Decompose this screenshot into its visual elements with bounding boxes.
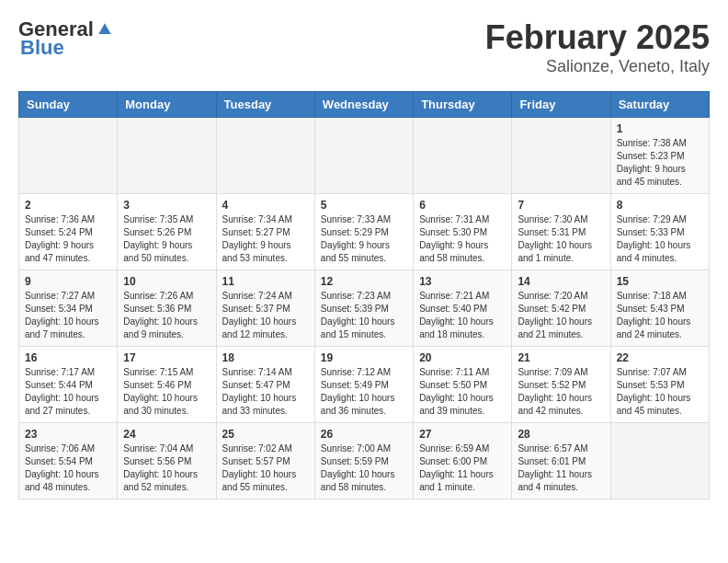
- calendar-cell: 26Sunrise: 7:00 AM Sunset: 5:59 PM Dayli…: [314, 423, 413, 500]
- day-number: 22: [617, 351, 703, 364]
- column-header-monday: Monday: [118, 92, 216, 118]
- calendar-cell: 25Sunrise: 7:02 AM Sunset: 5:57 PM Dayli…: [216, 423, 314, 500]
- day-number: 25: [222, 428, 309, 441]
- day-info: Sunrise: 6:57 AM Sunset: 6:01 PM Dayligh…: [518, 442, 604, 494]
- calendar-cell: [414, 118, 512, 194]
- calendar-cell: 1Sunrise: 7:38 AM Sunset: 5:23 PM Daylig…: [610, 118, 709, 194]
- calendar-cell: 8Sunrise: 7:29 AM Sunset: 5:33 PM Daylig…: [610, 194, 709, 270]
- day-info: Sunrise: 7:38 AM Sunset: 5:23 PM Dayligh…: [617, 137, 703, 189]
- calendar-cell: [610, 423, 709, 500]
- calendar-cell: 18Sunrise: 7:14 AM Sunset: 5:47 PM Dayli…: [216, 347, 314, 423]
- day-number: 24: [123, 428, 210, 441]
- day-info: Sunrise: 7:06 AM Sunset: 5:54 PM Dayligh…: [25, 442, 111, 494]
- calendar-cell: 12Sunrise: 7:23 AM Sunset: 5:39 PM Dayli…: [314, 270, 413, 347]
- day-number: 28: [518, 428, 604, 441]
- calendar-week-row: 16Sunrise: 7:17 AM Sunset: 5:44 PM Dayli…: [19, 347, 710, 423]
- calendar-cell: [118, 118, 216, 194]
- calendar-cell: 20Sunrise: 7:11 AM Sunset: 5:50 PM Dayli…: [414, 347, 512, 423]
- day-info: Sunrise: 7:15 AM Sunset: 5:46 PM Dayligh…: [123, 366, 210, 418]
- day-number: 9: [25, 275, 111, 288]
- day-info: Sunrise: 7:02 AM Sunset: 5:57 PM Dayligh…: [222, 442, 309, 494]
- day-number: 27: [419, 428, 506, 441]
- day-number: 13: [419, 275, 506, 288]
- day-info: Sunrise: 7:29 AM Sunset: 5:33 PM Dayligh…: [617, 213, 703, 265]
- day-number: 18: [222, 351, 309, 364]
- calendar-cell: 22Sunrise: 7:07 AM Sunset: 5:53 PM Dayli…: [610, 347, 709, 423]
- day-number: 20: [419, 351, 506, 364]
- calendar-cell: 13Sunrise: 7:21 AM Sunset: 5:40 PM Dayli…: [414, 270, 512, 347]
- day-info: Sunrise: 7:21 AM Sunset: 5:40 PM Dayligh…: [419, 290, 506, 341]
- calendar-header-row: SundayMondayTuesdayWednesdayThursdayFrid…: [19, 92, 710, 118]
- day-number: 26: [321, 428, 407, 441]
- calendar-cell: 19Sunrise: 7:12 AM Sunset: 5:49 PM Dayli…: [314, 347, 413, 423]
- day-info: Sunrise: 7:35 AM Sunset: 5:26 PM Dayligh…: [123, 213, 210, 265]
- day-number: 7: [518, 199, 604, 212]
- calendar-cell: 14Sunrise: 7:20 AM Sunset: 5:42 PM Dayli…: [512, 270, 610, 347]
- day-number: 14: [518, 275, 604, 288]
- calendar-cell: 16Sunrise: 7:17 AM Sunset: 5:44 PM Dayli…: [19, 347, 118, 423]
- calendar-cell: 21Sunrise: 7:09 AM Sunset: 5:52 PM Dayli…: [512, 347, 610, 423]
- day-number: 6: [419, 199, 506, 212]
- day-info: Sunrise: 7:31 AM Sunset: 5:30 PM Dayligh…: [419, 213, 506, 265]
- calendar-table: SundayMondayTuesdayWednesdayThursdayFrid…: [18, 91, 710, 500]
- day-number: 16: [25, 351, 111, 364]
- location-title: Salionze, Veneto, Italy: [485, 57, 710, 76]
- calendar-cell: 10Sunrise: 7:26 AM Sunset: 5:36 PM Dayli…: [118, 270, 216, 347]
- calendar-cell: 28Sunrise: 6:57 AM Sunset: 6:01 PM Dayli…: [512, 423, 610, 500]
- day-info: Sunrise: 7:14 AM Sunset: 5:47 PM Dayligh…: [222, 366, 309, 418]
- day-info: Sunrise: 7:33 AM Sunset: 5:29 PM Dayligh…: [321, 213, 407, 265]
- calendar-week-row: 23Sunrise: 7:06 AM Sunset: 5:54 PM Dayli…: [19, 423, 710, 500]
- day-number: 5: [321, 199, 407, 212]
- calendar-cell: 27Sunrise: 6:59 AM Sunset: 6:00 PM Dayli…: [414, 423, 512, 500]
- day-number: 15: [617, 275, 703, 288]
- calendar-cell: [512, 118, 610, 194]
- day-info: Sunrise: 7:23 AM Sunset: 5:39 PM Dayligh…: [321, 290, 407, 341]
- day-number: 2: [25, 199, 111, 212]
- day-info: Sunrise: 7:11 AM Sunset: 5:50 PM Dayligh…: [419, 366, 506, 418]
- day-info: Sunrise: 7:27 AM Sunset: 5:34 PM Dayligh…: [25, 290, 111, 341]
- calendar-cell: 7Sunrise: 7:30 AM Sunset: 5:31 PM Daylig…: [512, 194, 610, 270]
- day-number: 17: [123, 351, 210, 364]
- day-info: Sunrise: 7:24 AM Sunset: 5:37 PM Dayligh…: [222, 290, 309, 341]
- column-header-friday: Friday: [512, 92, 610, 118]
- day-info: Sunrise: 7:20 AM Sunset: 5:42 PM Dayligh…: [518, 290, 604, 341]
- day-info: Sunrise: 7:26 AM Sunset: 5:36 PM Dayligh…: [123, 290, 210, 341]
- day-info: Sunrise: 7:07 AM Sunset: 5:53 PM Dayligh…: [617, 366, 703, 418]
- calendar-cell: 3Sunrise: 7:35 AM Sunset: 5:26 PM Daylig…: [118, 194, 216, 270]
- column-header-saturday: Saturday: [610, 92, 709, 118]
- calendar-cell: 2Sunrise: 7:36 AM Sunset: 5:24 PM Daylig…: [19, 194, 118, 270]
- column-header-wednesday: Wednesday: [314, 92, 413, 118]
- calendar-cell: 6Sunrise: 7:31 AM Sunset: 5:30 PM Daylig…: [414, 194, 512, 270]
- day-number: 21: [518, 351, 604, 364]
- calendar-cell: 17Sunrise: 7:15 AM Sunset: 5:46 PM Dayli…: [118, 347, 216, 423]
- day-info: Sunrise: 7:12 AM Sunset: 5:49 PM Dayligh…: [321, 366, 407, 418]
- day-info: Sunrise: 7:36 AM Sunset: 5:24 PM Dayligh…: [25, 213, 111, 265]
- day-number: 3: [123, 199, 210, 212]
- day-info: Sunrise: 7:09 AM Sunset: 5:52 PM Dayligh…: [518, 366, 604, 418]
- calendar-cell: 5Sunrise: 7:33 AM Sunset: 5:29 PM Daylig…: [314, 194, 413, 270]
- calendar-cell: 23Sunrise: 7:06 AM Sunset: 5:54 PM Dayli…: [19, 423, 118, 500]
- calendar-week-row: 2Sunrise: 7:36 AM Sunset: 5:24 PM Daylig…: [19, 194, 710, 270]
- month-title: February 2025: [485, 18, 710, 57]
- day-info: Sunrise: 7:30 AM Sunset: 5:31 PM Dayligh…: [518, 213, 604, 265]
- calendar-cell: 9Sunrise: 7:27 AM Sunset: 5:34 PM Daylig…: [19, 270, 118, 347]
- calendar-cell: [314, 118, 413, 194]
- calendar-week-row: 9Sunrise: 7:27 AM Sunset: 5:34 PM Daylig…: [19, 270, 710, 347]
- logo-icon: [96, 20, 114, 39]
- logo-blue-text: Blue: [20, 36, 64, 59]
- calendar-cell: [19, 118, 118, 194]
- calendar-cell: 15Sunrise: 7:18 AM Sunset: 5:43 PM Dayli…: [610, 270, 709, 347]
- calendar-cell: 11Sunrise: 7:24 AM Sunset: 5:37 PM Dayli…: [216, 270, 314, 347]
- page-header: General Blue February 2025 Salionze, Ven…: [18, 18, 710, 76]
- day-number: 8: [617, 199, 703, 212]
- day-info: Sunrise: 7:18 AM Sunset: 5:43 PM Dayligh…: [617, 290, 703, 341]
- calendar-cell: 24Sunrise: 7:04 AM Sunset: 5:56 PM Dayli…: [118, 423, 216, 500]
- day-number: 19: [321, 351, 407, 364]
- day-info: Sunrise: 6:59 AM Sunset: 6:00 PM Dayligh…: [419, 442, 506, 494]
- day-number: 4: [222, 199, 309, 212]
- day-info: Sunrise: 7:34 AM Sunset: 5:27 PM Dayligh…: [222, 213, 309, 265]
- day-number: 10: [123, 275, 210, 288]
- svg-marker-0: [98, 23, 110, 34]
- column-header-tuesday: Tuesday: [216, 92, 314, 118]
- column-header-sunday: Sunday: [19, 92, 118, 118]
